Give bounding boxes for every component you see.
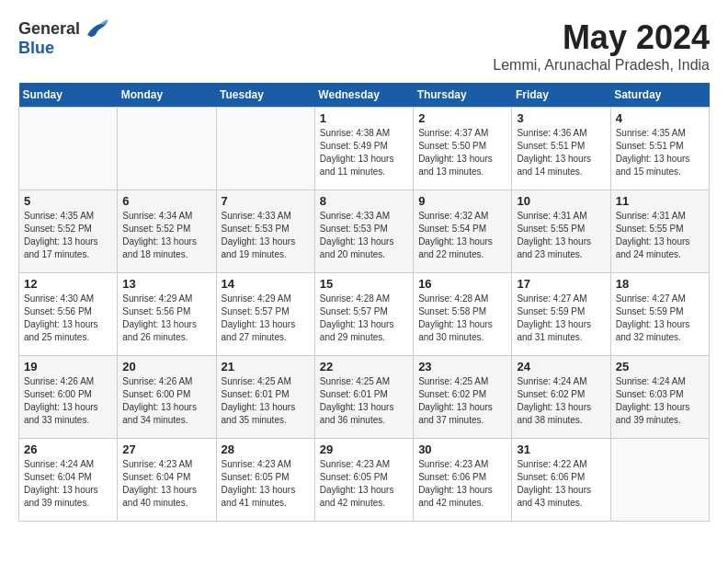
location-title: Lemmi, Arunachal Pradesh, India [493,57,710,74]
day-number: 25 [616,360,704,373]
day-info: Sunrise: 4:31 AM Sunset: 5:55 PM Dayligh… [616,210,704,261]
calendar-cell: 28Sunrise: 4:23 AM Sunset: 6:05 PM Dayli… [216,439,314,522]
day-number: 29 [320,442,408,456]
day-number: 20 [122,360,210,373]
day-number: 10 [517,194,605,208]
day-info: Sunrise: 4:33 AM Sunset: 5:53 PM Dayligh… [222,210,310,261]
day-info: Sunrise: 4:29 AM Sunset: 5:56 PM Dayligh… [122,293,210,344]
day-number: 8 [320,194,408,208]
header-row: SundayMondayTuesdayWednesdayThursdayFrid… [19,83,710,108]
calendar-cell: 6Sunrise: 4:34 AM Sunset: 5:52 PM Daylig… [118,190,216,273]
day-header-wednesday: Wednesday [314,83,413,108]
day-number: 4 [616,111,704,125]
day-header-friday: Friday [512,83,610,108]
calendar-cell: 22Sunrise: 4:25 AM Sunset: 6:01 PM Dayli… [314,356,413,439]
day-info: Sunrise: 4:27 AM Sunset: 5:59 PM Dayligh… [616,293,704,344]
calendar-cell: 15Sunrise: 4:28 AM Sunset: 5:57 PM Dayli… [314,273,413,356]
calendar-cell: 18Sunrise: 4:27 AM Sunset: 5:59 PM Dayli… [610,273,709,356]
day-number: 22 [320,360,408,373]
header: General Blue May 2024 Lemmi, Arunachal P… [18,18,710,74]
day-info: Sunrise: 4:35 AM Sunset: 5:51 PM Dayligh… [616,127,704,178]
calendar-cell: 23Sunrise: 4:25 AM Sunset: 6:02 PM Dayli… [414,356,512,439]
day-number: 3 [517,111,605,125]
calendar-cell: 7Sunrise: 4:33 AM Sunset: 5:53 PM Daylig… [216,190,314,273]
day-info: Sunrise: 4:28 AM Sunset: 5:58 PM Dayligh… [418,293,506,344]
logo-bird-icon [84,18,109,39]
day-info: Sunrise: 4:33 AM Sunset: 5:53 PM Dayligh… [320,210,408,261]
day-info: Sunrise: 4:31 AM Sunset: 5:55 PM Dayligh… [517,210,605,261]
week-row-5: 26Sunrise: 4:24 AM Sunset: 6:04 PM Dayli… [19,439,710,522]
day-info: Sunrise: 4:23 AM Sunset: 6:05 PM Dayligh… [222,458,310,510]
day-number: 31 [517,442,605,456]
calendar-cell: 24Sunrise: 4:24 AM Sunset: 6:02 PM Dayli… [512,356,610,439]
day-info: Sunrise: 4:36 AM Sunset: 5:51 PM Dayligh… [517,127,605,178]
calendar-cell: 13Sunrise: 4:29 AM Sunset: 5:56 PM Dayli… [118,273,216,356]
day-info: Sunrise: 4:30 AM Sunset: 5:56 PM Dayligh… [24,293,112,344]
calendar-cell: 10Sunrise: 4:31 AM Sunset: 5:55 PM Dayli… [512,190,610,273]
day-info: Sunrise: 4:28 AM Sunset: 5:57 PM Dayligh… [320,293,408,344]
calendar-cell: 29Sunrise: 4:23 AM Sunset: 6:05 PM Dayli… [314,439,413,522]
calendar-cell: 14Sunrise: 4:29 AM Sunset: 5:57 PM Dayli… [216,273,314,356]
week-row-3: 12Sunrise: 4:30 AM Sunset: 5:56 PM Dayli… [19,273,710,356]
calendar-cell: 8Sunrise: 4:33 AM Sunset: 5:53 PM Daylig… [314,190,413,273]
day-number: 19 [24,360,112,373]
day-number: 12 [24,277,112,291]
day-header-thursday: Thursday [414,83,512,108]
day-info: Sunrise: 4:23 AM Sunset: 6:06 PM Dayligh… [418,458,506,510]
day-number: 11 [616,194,704,208]
calendar-cell: 1Sunrise: 4:38 AM Sunset: 5:49 PM Daylig… [314,108,413,190]
day-number: 23 [418,360,506,373]
day-info: Sunrise: 4:24 AM Sunset: 6:02 PM Dayligh… [517,375,605,427]
week-row-4: 19Sunrise: 4:26 AM Sunset: 6:00 PM Dayli… [19,356,710,439]
calendar-cell: 12Sunrise: 4:30 AM Sunset: 5:56 PM Dayli… [19,273,118,356]
day-number: 5 [24,194,112,208]
day-number: 15 [320,277,408,291]
day-info: Sunrise: 4:26 AM Sunset: 6:00 PM Dayligh… [122,375,210,427]
calendar-cell: 20Sunrise: 4:26 AM Sunset: 6:00 PM Dayli… [118,356,216,439]
day-info: Sunrise: 4:24 AM Sunset: 6:03 PM Dayligh… [616,375,704,427]
day-info: Sunrise: 4:37 AM Sunset: 5:50 PM Dayligh… [418,127,506,178]
day-info: Sunrise: 4:29 AM Sunset: 5:57 PM Dayligh… [222,293,310,344]
calendar-cell: 11Sunrise: 4:31 AM Sunset: 5:55 PM Dayli… [610,190,709,273]
day-info: Sunrise: 4:35 AM Sunset: 5:52 PM Dayligh… [24,210,112,261]
week-row-1: 1Sunrise: 4:38 AM Sunset: 5:49 PM Daylig… [19,108,710,190]
day-number: 24 [517,360,605,373]
day-number: 30 [418,442,506,456]
day-info: Sunrise: 4:25 AM Sunset: 6:02 PM Dayligh… [418,375,506,427]
day-number: 9 [418,194,506,208]
title-section: May 2024 Lemmi, Arunachal Pradesh, India [493,18,710,74]
calendar-cell: 27Sunrise: 4:23 AM Sunset: 6:04 PM Dayli… [118,439,216,522]
calendar-cell: 2Sunrise: 4:37 AM Sunset: 5:50 PM Daylig… [414,108,512,190]
logo: General Blue [18,18,109,58]
day-number: 14 [222,277,310,291]
day-info: Sunrise: 4:23 AM Sunset: 6:04 PM Dayligh… [122,458,210,510]
logo-blue-text: Blue [18,39,54,58]
day-number: 16 [418,277,506,291]
day-number: 13 [122,277,210,291]
day-header-saturday: Saturday [610,83,709,108]
calendar-cell: 5Sunrise: 4:35 AM Sunset: 5:52 PM Daylig… [19,190,118,273]
day-info: Sunrise: 4:25 AM Sunset: 6:01 PM Dayligh… [222,375,310,427]
logo-general-text: General [18,19,80,39]
calendar-cell: 17Sunrise: 4:27 AM Sunset: 5:59 PM Dayli… [512,273,610,356]
day-number: 17 [517,277,605,291]
day-number: 27 [122,442,210,456]
day-number: 21 [222,360,310,373]
calendar-table: SundayMondayTuesdayWednesdayThursdayFrid… [18,83,710,522]
week-row-2: 5Sunrise: 4:35 AM Sunset: 5:52 PM Daylig… [19,190,710,273]
day-header-monday: Monday [118,83,216,108]
day-number: 7 [222,194,310,208]
calendar-cell: 21Sunrise: 4:25 AM Sunset: 6:01 PM Dayli… [216,356,314,439]
day-number: 6 [122,194,210,208]
day-info: Sunrise: 4:22 AM Sunset: 6:06 PM Dayligh… [517,458,605,510]
day-number: 1 [320,111,408,125]
day-number: 18 [616,277,704,291]
calendar-cell: 25Sunrise: 4:24 AM Sunset: 6:03 PM Dayli… [610,356,709,439]
day-header-tuesday: Tuesday [216,83,314,108]
calendar-cell [118,108,216,190]
day-header-sunday: Sunday [19,83,118,108]
day-info: Sunrise: 4:26 AM Sunset: 6:00 PM Dayligh… [24,375,112,427]
day-info: Sunrise: 4:24 AM Sunset: 6:04 PM Dayligh… [24,458,112,510]
day-info: Sunrise: 4:38 AM Sunset: 5:49 PM Dayligh… [320,127,408,178]
day-info: Sunrise: 4:27 AM Sunset: 5:59 PM Dayligh… [517,293,605,344]
